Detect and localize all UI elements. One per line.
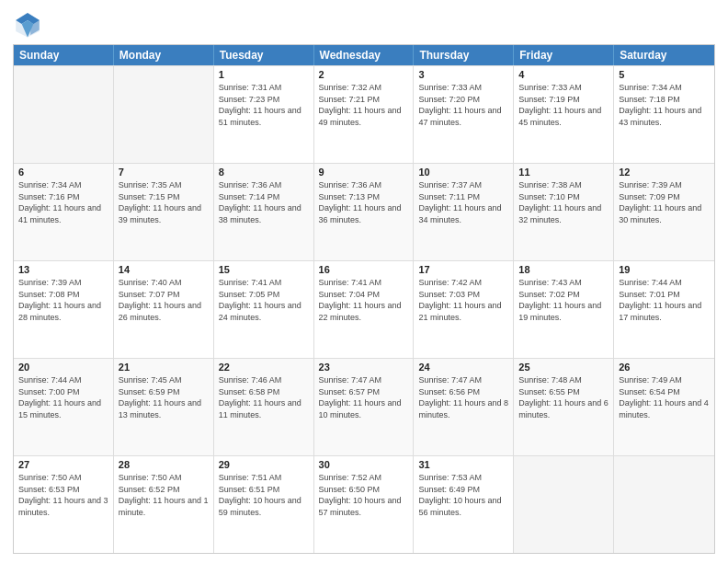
cell-day-number: 11 bbox=[518, 167, 609, 178]
cal-week-2: 13Sunrise: 7:39 AM Sunset: 7:08 PM Dayli… bbox=[14, 260, 714, 358]
cal-header-wednesday: Wednesday bbox=[314, 45, 415, 65]
cal-cell: 6Sunrise: 7:34 AM Sunset: 7:16 PM Daylig… bbox=[14, 164, 114, 260]
cell-day-number: 12 bbox=[619, 167, 710, 178]
cal-header-thursday: Thursday bbox=[414, 45, 514, 65]
cal-cell: 22Sunrise: 7:46 AM Sunset: 6:58 PM Dayli… bbox=[214, 359, 314, 455]
cal-cell bbox=[114, 66, 214, 163]
cal-cell bbox=[14, 66, 114, 163]
cal-cell: 7Sunrise: 7:35 AM Sunset: 7:15 PM Daylig… bbox=[114, 164, 214, 260]
cell-info: Sunrise: 7:34 AM Sunset: 7:16 PM Dayligh… bbox=[18, 179, 108, 225]
cal-cell: 27Sunrise: 7:50 AM Sunset: 6:53 PM Dayli… bbox=[14, 456, 114, 553]
cal-cell: 10Sunrise: 7:37 AM Sunset: 7:11 PM Dayli… bbox=[414, 164, 514, 260]
cal-cell: 31Sunrise: 7:53 AM Sunset: 6:49 PM Dayli… bbox=[414, 456, 514, 553]
cell-day-number: 22 bbox=[219, 362, 309, 373]
cell-info: Sunrise: 7:36 AM Sunset: 7:13 PM Dayligh… bbox=[319, 179, 409, 225]
cell-info: Sunrise: 7:33 AM Sunset: 7:19 PM Dayligh… bbox=[518, 82, 609, 128]
cell-info: Sunrise: 7:31 AM Sunset: 7:23 PM Dayligh… bbox=[219, 82, 309, 128]
cell-info: Sunrise: 7:36 AM Sunset: 7:14 PM Dayligh… bbox=[219, 179, 309, 225]
cell-day-number: 26 bbox=[619, 362, 710, 373]
cell-day-number: 20 bbox=[18, 362, 108, 373]
cal-cell: 14Sunrise: 7:40 AM Sunset: 7:07 PM Dayli… bbox=[114, 261, 214, 358]
cal-cell: 1Sunrise: 7:31 AM Sunset: 7:23 PM Daylig… bbox=[214, 66, 314, 163]
cal-cell: 29Sunrise: 7:51 AM Sunset: 6:51 PM Dayli… bbox=[214, 456, 314, 553]
cell-info: Sunrise: 7:49 AM Sunset: 6:54 PM Dayligh… bbox=[619, 374, 710, 420]
cell-day-number: 13 bbox=[18, 264, 108, 275]
cell-info: Sunrise: 7:50 AM Sunset: 6:53 PM Dayligh… bbox=[18, 472, 108, 518]
cell-day-number: 15 bbox=[219, 264, 309, 275]
calendar: SundayMondayTuesdayWednesdayThursdayFrid… bbox=[13, 44, 715, 554]
cal-cell: 3Sunrise: 7:33 AM Sunset: 7:20 PM Daylig… bbox=[414, 66, 514, 163]
cal-cell: 2Sunrise: 7:32 AM Sunset: 7:21 PM Daylig… bbox=[314, 66, 415, 163]
cal-cell: 19Sunrise: 7:44 AM Sunset: 7:01 PM Dayli… bbox=[614, 261, 714, 358]
cell-info: Sunrise: 7:32 AM Sunset: 7:21 PM Dayligh… bbox=[319, 82, 409, 128]
cell-day-number: 25 bbox=[518, 362, 609, 373]
cell-info: Sunrise: 7:50 AM Sunset: 6:52 PM Dayligh… bbox=[119, 472, 209, 518]
header bbox=[13, 9, 715, 39]
cell-info: Sunrise: 7:39 AM Sunset: 7:09 PM Dayligh… bbox=[619, 179, 710, 225]
cell-info: Sunrise: 7:37 AM Sunset: 7:11 PM Dayligh… bbox=[418, 179, 508, 225]
cell-info: Sunrise: 7:41 AM Sunset: 7:05 PM Dayligh… bbox=[219, 277, 309, 323]
cell-day-number: 1 bbox=[219, 69, 309, 80]
cell-day-number: 16 bbox=[319, 264, 409, 275]
cell-info: Sunrise: 7:45 AM Sunset: 6:59 PM Dayligh… bbox=[119, 374, 209, 420]
cell-info: Sunrise: 7:43 AM Sunset: 7:02 PM Dayligh… bbox=[518, 277, 609, 323]
cell-day-number: 6 bbox=[18, 167, 108, 178]
cell-day-number: 29 bbox=[219, 459, 309, 470]
cal-cell: 26Sunrise: 7:49 AM Sunset: 6:54 PM Dayli… bbox=[614, 359, 714, 455]
cal-week-4: 27Sunrise: 7:50 AM Sunset: 6:53 PM Dayli… bbox=[14, 455, 714, 553]
cal-header-saturday: Saturday bbox=[614, 45, 714, 65]
cell-day-number: 18 bbox=[518, 264, 609, 275]
cell-day-number: 8 bbox=[219, 167, 309, 178]
cell-info: Sunrise: 7:51 AM Sunset: 6:51 PM Dayligh… bbox=[219, 472, 309, 518]
cal-cell bbox=[514, 456, 614, 553]
cal-cell: 5Sunrise: 7:34 AM Sunset: 7:18 PM Daylig… bbox=[614, 66, 714, 163]
cal-cell: 18Sunrise: 7:43 AM Sunset: 7:02 PM Dayli… bbox=[514, 261, 614, 358]
cal-cell: 21Sunrise: 7:45 AM Sunset: 6:59 PM Dayli… bbox=[114, 359, 214, 455]
cal-cell: 25Sunrise: 7:48 AM Sunset: 6:55 PM Dayli… bbox=[514, 359, 614, 455]
cell-day-number: 27 bbox=[18, 459, 108, 470]
logo-icon bbox=[13, 9, 42, 39]
cal-cell: 12Sunrise: 7:39 AM Sunset: 7:09 PM Dayli… bbox=[614, 164, 714, 260]
cal-cell: 13Sunrise: 7:39 AM Sunset: 7:08 PM Dayli… bbox=[14, 261, 114, 358]
cal-cell: 16Sunrise: 7:41 AM Sunset: 7:04 PM Dayli… bbox=[314, 261, 415, 358]
cell-info: Sunrise: 7:39 AM Sunset: 7:08 PM Dayligh… bbox=[18, 277, 108, 323]
cell-day-number: 3 bbox=[418, 69, 508, 80]
cell-day-number: 4 bbox=[518, 69, 609, 80]
cal-cell: 8Sunrise: 7:36 AM Sunset: 7:14 PM Daylig… bbox=[214, 164, 314, 260]
cell-info: Sunrise: 7:47 AM Sunset: 6:57 PM Dayligh… bbox=[319, 374, 409, 420]
cell-day-number: 24 bbox=[418, 362, 508, 373]
logo bbox=[13, 9, 46, 39]
cell-info: Sunrise: 7:42 AM Sunset: 7:03 PM Dayligh… bbox=[418, 277, 508, 323]
cal-week-0: 1Sunrise: 7:31 AM Sunset: 7:23 PM Daylig… bbox=[14, 65, 714, 163]
cell-info: Sunrise: 7:44 AM Sunset: 7:00 PM Dayligh… bbox=[18, 374, 108, 420]
cal-cell: 15Sunrise: 7:41 AM Sunset: 7:05 PM Dayli… bbox=[214, 261, 314, 358]
cal-cell: 17Sunrise: 7:42 AM Sunset: 7:03 PM Dayli… bbox=[414, 261, 514, 358]
cell-day-number: 19 bbox=[619, 264, 710, 275]
cal-cell: 23Sunrise: 7:47 AM Sunset: 6:57 PM Dayli… bbox=[314, 359, 415, 455]
page: SundayMondayTuesdayWednesdayThursdayFrid… bbox=[0, 0, 728, 563]
cal-cell: 9Sunrise: 7:36 AM Sunset: 7:13 PM Daylig… bbox=[314, 164, 415, 260]
cal-cell: 28Sunrise: 7:50 AM Sunset: 6:52 PM Dayli… bbox=[114, 456, 214, 553]
calendar-body: 1Sunrise: 7:31 AM Sunset: 7:23 PM Daylig… bbox=[14, 65, 714, 553]
cell-info: Sunrise: 7:40 AM Sunset: 7:07 PM Dayligh… bbox=[119, 277, 209, 323]
cal-cell: 11Sunrise: 7:38 AM Sunset: 7:10 PM Dayli… bbox=[514, 164, 614, 260]
cal-cell: 4Sunrise: 7:33 AM Sunset: 7:19 PM Daylig… bbox=[514, 66, 614, 163]
cal-header-sunday: Sunday bbox=[14, 45, 114, 65]
calendar-header-row: SundayMondayTuesdayWednesdayThursdayFrid… bbox=[14, 45, 714, 65]
cell-day-number: 5 bbox=[619, 69, 710, 80]
cell-info: Sunrise: 7:35 AM Sunset: 7:15 PM Dayligh… bbox=[119, 179, 209, 225]
cell-day-number: 21 bbox=[119, 362, 209, 373]
cell-day-number: 23 bbox=[319, 362, 409, 373]
cell-day-number: 9 bbox=[319, 167, 409, 178]
cell-day-number: 14 bbox=[119, 264, 209, 275]
cell-day-number: 17 bbox=[418, 264, 508, 275]
cell-day-number: 10 bbox=[418, 167, 508, 178]
cell-day-number: 7 bbox=[119, 167, 209, 178]
cell-info: Sunrise: 7:44 AM Sunset: 7:01 PM Dayligh… bbox=[619, 277, 710, 323]
cell-info: Sunrise: 7:53 AM Sunset: 6:49 PM Dayligh… bbox=[418, 472, 508, 518]
cell-info: Sunrise: 7:41 AM Sunset: 7:04 PM Dayligh… bbox=[319, 277, 409, 323]
cell-day-number: 2 bbox=[319, 69, 409, 80]
cal-header-friday: Friday bbox=[514, 45, 614, 65]
cal-week-3: 20Sunrise: 7:44 AM Sunset: 7:00 PM Dayli… bbox=[14, 358, 714, 455]
cell-info: Sunrise: 7:46 AM Sunset: 6:58 PM Dayligh… bbox=[219, 374, 309, 420]
